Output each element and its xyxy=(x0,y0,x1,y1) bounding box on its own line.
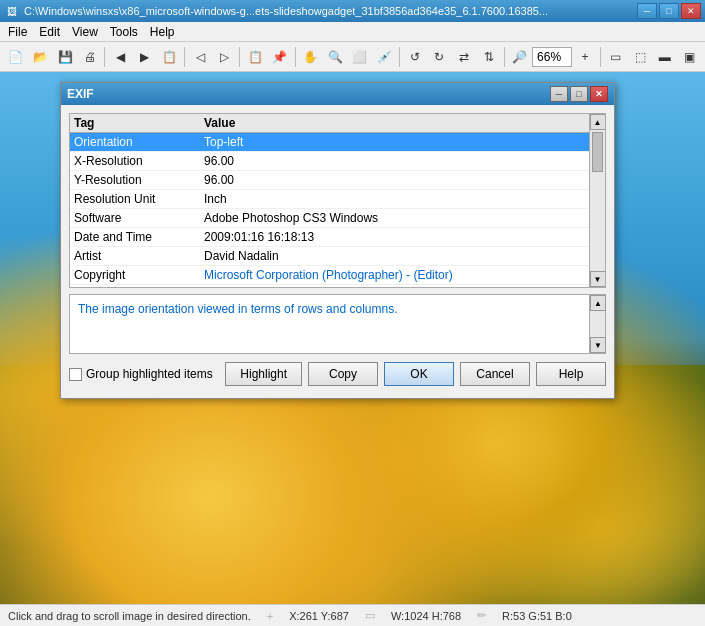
toolbar-actual[interactable]: ⬚ xyxy=(628,45,652,69)
cell-tag: Copyright xyxy=(74,268,204,282)
dialog-content: Tag Value Orientation Top-left X-Resolut… xyxy=(61,105,614,398)
cell-tag: X-Resolution xyxy=(74,154,204,168)
toolbar-thumb[interactable]: ▣ xyxy=(678,45,702,69)
menu-edit[interactable]: Edit xyxy=(33,23,66,41)
toolbar-select[interactable]: ⬜ xyxy=(348,45,372,69)
dialog-close-button[interactable]: ✕ xyxy=(590,86,608,102)
table-row[interactable]: Copyright Microsoft Corporation (Photogr… xyxy=(70,266,589,285)
toolbar-rotate-left[interactable]: ↺ xyxy=(403,45,427,69)
toolbar-paste[interactable]: 📌 xyxy=(268,45,292,69)
toolbar-pages[interactable]: 📋 xyxy=(158,45,182,69)
title-bar: 🖼 C:\Windows\winsxs\x86_microsoft-window… xyxy=(0,0,705,22)
toolbar-next[interactable]: ▶ xyxy=(133,45,157,69)
dialog-title-bar: EXIF ─ □ ✕ xyxy=(61,83,614,105)
minimize-button[interactable]: ─ xyxy=(637,3,657,19)
status-color: R:53 G:51 B:0 xyxy=(502,610,572,622)
table-row[interactable]: Date and Time 2009:01:16 16:18:13 xyxy=(70,228,589,247)
cell-value: David Nadalin xyxy=(204,249,585,263)
cell-tag: Resolution Unit xyxy=(74,192,204,206)
cell-tag: Date and Time xyxy=(74,230,204,244)
description-scrollbar[interactable]: ▲ ▼ xyxy=(589,295,605,353)
desc-scroll-down[interactable]: ▼ xyxy=(590,337,606,353)
toolbar-zoom-in[interactable]: + xyxy=(573,45,597,69)
toolbar-sep-2 xyxy=(184,47,185,67)
maximize-button[interactable]: □ xyxy=(659,3,679,19)
toolbar-eyedrop[interactable]: 💉 xyxy=(372,45,396,69)
copy-button[interactable]: Copy xyxy=(308,362,378,386)
cell-value: Adobe Photoshop CS3 Windows xyxy=(204,211,585,225)
toolbar-copy[interactable]: 📋 xyxy=(243,45,267,69)
toolbar-sep-3 xyxy=(239,47,240,67)
col-header-value: Value xyxy=(204,116,585,130)
status-hint: Click and drag to scroll image in desire… xyxy=(8,610,251,622)
toolbar-sep-6 xyxy=(504,47,505,67)
cell-tag: Software xyxy=(74,211,204,225)
table-scrollbar[interactable]: ▲ ▼ xyxy=(589,114,605,287)
toolbar-rotate-right[interactable]: ↻ xyxy=(428,45,452,69)
cell-value: Inch xyxy=(204,192,585,206)
cancel-button[interactable]: Cancel xyxy=(460,362,530,386)
table-row[interactable]: Orientation Top-left xyxy=(70,133,589,152)
toolbar-pan[interactable]: ✋ xyxy=(299,45,323,69)
table-row[interactable]: Resolution Unit Inch xyxy=(70,190,589,209)
toolbar-fit[interactable]: ▭ xyxy=(604,45,628,69)
scroll-down-button[interactable]: ▼ xyxy=(590,271,606,287)
cell-value: Top-left xyxy=(204,135,585,149)
highlight-button[interactable]: Highlight xyxy=(225,362,302,386)
group-highlighted-label: Group highlighted items xyxy=(86,367,213,381)
toolbar-nav-right[interactable]: ▷ xyxy=(213,45,237,69)
toolbar-fill[interactable]: ▬ xyxy=(653,45,677,69)
table-header: Tag Value xyxy=(70,114,589,133)
toolbar: 📄 📂 💾 🖨 ◀ ▶ 📋 ◁ ▷ 📋 📌 ✋ 🔍 ⬜ 💉 ↺ ↻ ⇄ ⇅ 🔎 … xyxy=(0,42,705,72)
toolbar-flip[interactable]: ⇄ xyxy=(452,45,476,69)
close-button[interactable]: ✕ xyxy=(681,3,701,19)
title-bar-text: C:\Windows\winsxs\x86_microsoft-windows-… xyxy=(24,5,637,17)
cell-value: 96.00 xyxy=(204,173,585,187)
scroll-track[interactable] xyxy=(590,130,605,271)
menu-view[interactable]: View xyxy=(66,23,104,41)
desc-scroll-up[interactable]: ▲ xyxy=(590,295,606,311)
desc-scroll-track[interactable] xyxy=(590,311,605,337)
main-area: EXIF ─ □ ✕ Tag Value Orientation Top xyxy=(0,72,705,604)
menu-tools[interactable]: Tools xyxy=(104,23,144,41)
menu-file[interactable]: File xyxy=(2,23,33,41)
group-highlighted-checkbox[interactable] xyxy=(69,368,82,381)
toolbar-flip-v[interactable]: ⇅ xyxy=(477,45,501,69)
col-header-tag: Tag xyxy=(74,116,204,130)
app-icon: 🖼 xyxy=(4,3,20,19)
table-row[interactable]: XP Author David Nadalin xyxy=(70,285,589,287)
toolbar-sep-5 xyxy=(399,47,400,67)
status-cursor: X:261 Y:687 xyxy=(289,610,349,622)
table-row[interactable]: Artist David Nadalin xyxy=(70,247,589,266)
cell-tag: Y-Resolution xyxy=(74,173,204,187)
table-row[interactable]: Y-Resolution 96.00 xyxy=(70,171,589,190)
ok-button[interactable]: OK xyxy=(384,362,454,386)
toolbar-new[interactable]: 📄 xyxy=(4,45,28,69)
scroll-up-button[interactable]: ▲ xyxy=(590,114,606,130)
help-button[interactable]: Help xyxy=(536,362,606,386)
cell-value-link: Microsoft Corporation (Photographer) - (… xyxy=(204,268,585,282)
toolbar-open[interactable]: 📂 xyxy=(29,45,53,69)
menu-bar: File Edit View Tools Help xyxy=(0,22,705,42)
dialog-title-text: EXIF xyxy=(67,87,550,101)
toolbar-sep-1 xyxy=(104,47,105,67)
cell-tag: Artist xyxy=(74,249,204,263)
toolbar-save[interactable]: 💾 xyxy=(53,45,77,69)
toolbar-zoom-out[interactable]: 🔎 xyxy=(507,45,531,69)
table-scroll-area: Tag Value Orientation Top-left X-Resolut… xyxy=(70,114,589,287)
buttons-row: Group highlighted items Highlight Copy O… xyxy=(69,360,606,390)
toolbar-print[interactable]: 🖨 xyxy=(78,45,102,69)
table-row[interactable]: X-Resolution 96.00 xyxy=(70,152,589,171)
description-area: The image orientation viewed in terms of… xyxy=(69,294,606,354)
table-row[interactable]: Software Adobe Photoshop CS3 Windows xyxy=(70,209,589,228)
toolbar-prev[interactable]: ◀ xyxy=(108,45,132,69)
toolbar-nav-left[interactable]: ◁ xyxy=(188,45,212,69)
menu-help[interactable]: Help xyxy=(144,23,181,41)
group-highlighted-checkbox-label[interactable]: Group highlighted items xyxy=(69,367,213,381)
toolbar-zoom[interactable]: 🔍 xyxy=(323,45,347,69)
scroll-thumb[interactable] xyxy=(592,132,603,172)
dialog-maximize-button[interactable]: □ xyxy=(570,86,588,102)
exif-table: Tag Value Orientation Top-left X-Resolut… xyxy=(69,113,606,288)
toolbar-sep-7 xyxy=(600,47,601,67)
dialog-minimize-button[interactable]: ─ xyxy=(550,86,568,102)
